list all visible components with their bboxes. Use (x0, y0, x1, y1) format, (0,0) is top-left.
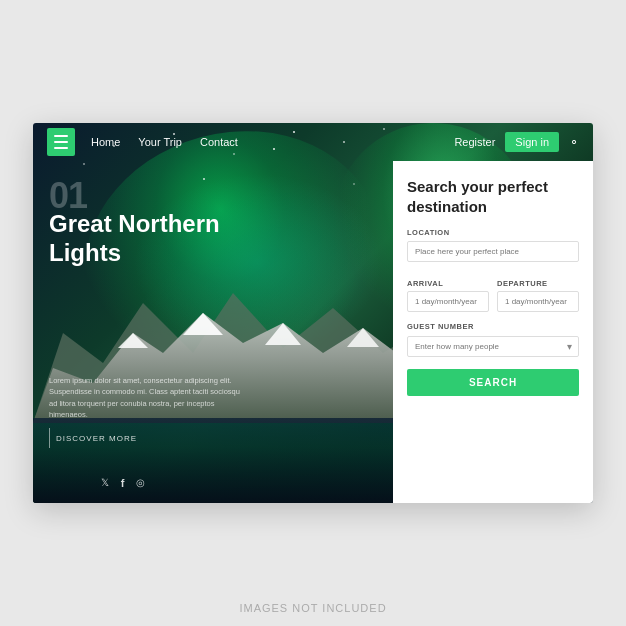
signin-button[interactable]: Sign in (505, 132, 559, 152)
date-row: ARRIVAL DEPARTURE (407, 272, 579, 312)
hero-title-line1: Great Northern (49, 210, 220, 237)
hero-section: Home Your Trip Contact Register Sign in … (33, 123, 593, 503)
twitter-icon[interactable]: 𝕏 (101, 477, 109, 489)
images-not-included-label: IMAGES NOT INCLUDED (239, 602, 386, 614)
register-link[interactable]: Register (454, 136, 495, 148)
slide-number: 01 (49, 178, 269, 214)
facebook-icon[interactable]: f (121, 477, 125, 489)
arrival-label: ARRIVAL (407, 279, 443, 288)
nav-your-trip[interactable]: Your Trip (138, 136, 182, 148)
instagram-icon[interactable]: ◎ (136, 477, 145, 489)
hero-content: 01 Great Northern Lights (49, 178, 269, 268)
hero-description-text: Lorem ipsum dolor sit amet, consectetur … (49, 375, 249, 420)
arrival-field: ARRIVAL (407, 272, 489, 312)
departure-label: DEPARTURE (497, 279, 548, 288)
social-icons: 𝕏 f ◎ (33, 477, 213, 489)
search-button[interactable]: SEARCH (407, 369, 579, 396)
discover-more-row: DISCOVER MORE (49, 428, 249, 448)
nav-links: Home Your Trip Contact (91, 136, 238, 148)
discover-bar (49, 428, 50, 448)
hero-title: Great Northern Lights (49, 210, 269, 268)
search-panel: Search your perfect destination LOCATION… (393, 161, 593, 503)
hero-description-block: Lorem ipsum dolor sit amet, consectetur … (49, 375, 249, 448)
nav-contact[interactable]: Contact (200, 136, 238, 148)
location-label: LOCATION (407, 228, 579, 237)
arrival-input[interactable] (407, 291, 489, 312)
hero-title-line2: Lights (49, 239, 121, 266)
location-input[interactable] (407, 241, 579, 262)
discover-more-button[interactable]: DISCOVER MORE (56, 434, 137, 443)
search-title: Search your perfect destination (407, 177, 579, 216)
navbar: Home Your Trip Contact Register Sign in … (33, 123, 593, 161)
departure-input[interactable] (497, 291, 579, 312)
nav-home[interactable]: Home (91, 136, 120, 148)
hamburger-menu[interactable] (47, 128, 75, 156)
departure-field: DEPARTURE (497, 272, 579, 312)
search-icon[interactable]: ⚬ (569, 135, 579, 149)
main-card: Home Your Trip Contact Register Sign in … (33, 123, 593, 503)
nav-right: Register Sign in ⚬ (454, 132, 579, 152)
guest-input[interactable] (407, 336, 579, 357)
guest-field: ▾ (407, 335, 579, 357)
guest-label: GUEST NUMBER (407, 322, 579, 331)
